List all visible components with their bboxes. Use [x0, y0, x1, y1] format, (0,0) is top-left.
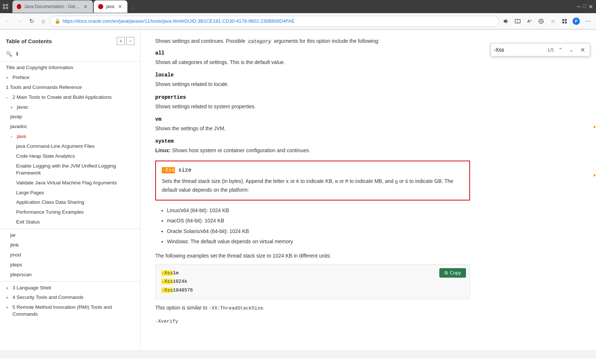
- param-all: all Shows all categories of settings. Th…: [155, 50, 470, 66]
- find-count: 1/5: [547, 47, 554, 53]
- toc-item-main-tools[interactable]: − 2 Main Tools to Create and Build Appli…: [0, 93, 140, 102]
- profile-button[interactable]: P: [571, 16, 581, 26]
- toc-label-perf-tuning: Performance Tuning Examples: [16, 209, 134, 216]
- toc-item-security-tools[interactable]: + 4 Security Tools and Commands: [0, 293, 140, 303]
- tab-java[interactable]: java ✕: [94, 0, 127, 13]
- toc-separator: [0, 61, 140, 61]
- m-code: m: [335, 179, 338, 184]
- param-locale: locale Shows settings related to locale.: [155, 72, 470, 88]
- refresh-button[interactable]: ↻: [26, 16, 37, 26]
- param-all-name: all: [155, 50, 470, 56]
- toc-item-preface[interactable]: + Preface: [0, 73, 140, 83]
- code-line-2: -Xss1024k: [161, 277, 464, 286]
- svg-rect-2: [3, 7, 5, 9]
- toc-label-jmod: jmod: [10, 252, 134, 259]
- toc-label-large-pages: Large Pages: [16, 189, 134, 196]
- intro-text-start: Shows settings and continues. Possible: [155, 38, 247, 44]
- favorites-button[interactable]: ☆: [548, 16, 558, 26]
- toc-item-perf-tuning[interactable]: Performance Tuning Examples: [0, 207, 140, 217]
- toc-item-java-arg-files[interactable]: java Command-Line Argument Files: [0, 142, 140, 151]
- toc-item-large-pages[interactable]: Large Pages: [0, 188, 140, 198]
- toc-label-main-tools: 2 Main Tools to Create and Build Applica…: [12, 94, 134, 101]
- browser-view-button[interactable]: [536, 16, 546, 26]
- toc-toggle-lang-shell: +: [6, 285, 10, 292]
- toc-item-jdeprscan[interactable]: jdeprscan: [0, 270, 140, 280]
- intro-text-end: arguments for this option include the fo…: [272, 38, 379, 44]
- toc-item-code-heap[interactable]: Code Heap State Analytics: [0, 151, 140, 161]
- svg-rect-12: [565, 19, 567, 21]
- find-input[interactable]: [494, 47, 545, 53]
- toc-item-lang-shell[interactable]: + 3 Language Shell: [0, 283, 140, 293]
- toc-label-rmi-tools: 5 Remote Method Invocation (RMI) Tools a…: [12, 304, 134, 318]
- toc-item-jar[interactable]: jar: [0, 230, 140, 240]
- tab-java-close[interactable]: ✕: [117, 3, 123, 10]
- code-line-3: -Xss1048576: [161, 286, 464, 294]
- immersive-reader-button[interactable]: [513, 16, 523, 26]
- svg-rect-3: [6, 7, 8, 9]
- svg-rect-1: [6, 4, 8, 6]
- similar-option-text: This option is similar to -XX:ThreadStac…: [155, 304, 470, 312]
- home-button[interactable]: ⌂: [38, 16, 48, 26]
- K-code: K: [296, 179, 299, 184]
- param-vm-name: vm: [155, 116, 470, 122]
- collapse-all-button[interactable]: −: [126, 37, 134, 45]
- toc-item-jdeps[interactable]: jdeps: [0, 260, 140, 270]
- download-icon: ⬇: [15, 51, 19, 57]
- toc-item-jmod[interactable]: jmod: [0, 250, 140, 260]
- toc-item-javac[interactable]: + javac: [0, 102, 140, 112]
- tab-java-docs-label: Java Documentation - Get Start...: [24, 4, 80, 9]
- k-code: k: [286, 179, 289, 184]
- read-aloud-button[interactable]: [501, 16, 511, 26]
- content-area: Shows settings and continues. Possible c…: [141, 30, 596, 350]
- toc-item-title-copyright[interactable]: Title and Copyright Information: [0, 63, 140, 73]
- toc-label-code-heap: Code Heap State Analytics: [16, 153, 134, 160]
- copy-button[interactable]: ⧉ Copy: [439, 268, 466, 278]
- toc-item-exit-status[interactable]: Exit Status: [0, 217, 140, 227]
- toc-item-rmi-tools[interactable]: + 5 Remote Method Invocation (RMI) Tools…: [0, 303, 140, 319]
- settings-button[interactable]: ⋯: [583, 16, 593, 26]
- svg-rect-13: [562, 22, 564, 23]
- xss-option-line: -Xss size: [162, 167, 463, 173]
- expand-all-button[interactable]: +: [117, 37, 125, 45]
- new-tab-button[interactable]: +: [128, 4, 138, 13]
- find-prev-button[interactable]: ⌃: [556, 45, 565, 54]
- toc-item-java[interactable]: − java: [0, 132, 140, 142]
- title-bar: Java Documentation - Get Start... ✕ java…: [0, 0, 596, 13]
- collections-button[interactable]: [559, 16, 570, 26]
- close-button[interactable]: ✕: [588, 3, 593, 10]
- xverify-option: -Xverify: [155, 317, 470, 326]
- nav-bar: ← → ↻ ⌂ 🔒 https://docs.oracle.com/en/jav…: [0, 13, 596, 29]
- section-separator-2: [0, 281, 140, 282]
- forward-button[interactable]: →: [15, 16, 25, 26]
- toc-item-jlink[interactable]: jlink: [0, 240, 140, 250]
- toc-item-javap[interactable]: javap: [0, 112, 140, 122]
- find-next-button[interactable]: ⌄: [567, 45, 576, 54]
- windows-icon: [3, 4, 8, 9]
- toc-toggle-javac: +: [10, 105, 15, 111]
- param-vm-desc: Shows the settings of the JVM.: [155, 124, 470, 132]
- browser-chrome: Java Documentation - Get Start... ✕ java…: [0, 0, 596, 30]
- address-bar[interactable]: 🔒 https://docs.oracle.com/en/java/javase…: [50, 16, 499, 27]
- xss-description: Sets the thread stack size (in bytes). A…: [162, 177, 463, 194]
- param-properties-desc: Shows settings related to system propert…: [155, 102, 470, 110]
- xss-highlight-box: -Xss size Sets the thread stack size (in…: [155, 161, 470, 200]
- minimize-button[interactable]: ─: [577, 3, 581, 10]
- tab-java-docs[interactable]: Java Documentation - Get Start... ✕: [12, 0, 93, 13]
- sidebar-controls: + −: [117, 37, 134, 45]
- back-button[interactable]: ←: [3, 16, 13, 26]
- svg-marker-5: [505, 19, 507, 23]
- content-inner: Shows settings and continues. Possible c…: [141, 30, 492, 345]
- toc-item-tools-ref[interactable]: 1 Tools and Commands Reference: [0, 83, 140, 93]
- toc-item-validate-flags[interactable]: Validate Java Virtual Machine Flag Argum…: [0, 178, 140, 188]
- toc-item-app-class-sharing[interactable]: Application Class Data Sharing: [0, 198, 140, 207]
- toc-item-javadoc[interactable]: javadoc: [0, 122, 140, 132]
- find-close-button[interactable]: ✕: [578, 45, 587, 54]
- copy-label: Copy: [450, 270, 461, 275]
- tab-java-docs-close[interactable]: ✕: [83, 3, 89, 10]
- restore-button[interactable]: □: [583, 3, 586, 10]
- scroll-marker-2: [594, 174, 595, 176]
- toc-toggle-rmi-tools: +: [6, 305, 10, 311]
- toc-item-enable-logging[interactable]: Enable Logging with the JVM Unified Logg…: [0, 161, 140, 178]
- font-button[interactable]: Aª: [524, 16, 534, 26]
- sidebar-header: Table of Contents + −: [0, 34, 140, 49]
